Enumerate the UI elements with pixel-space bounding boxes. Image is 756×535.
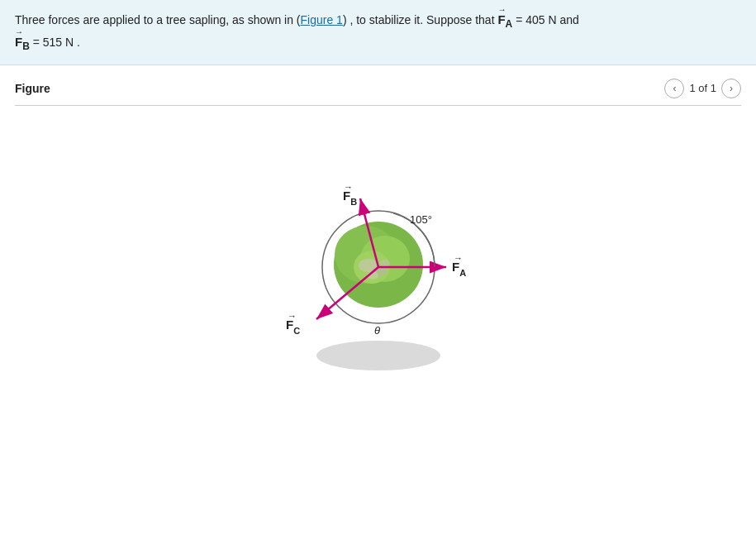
- fa-text: FA: [452, 260, 466, 278]
- figure-nav: ‹ 1 of 1 ›: [664, 79, 741, 98]
- text-between: and: [557, 13, 579, 26]
- force-a-inline: → F A: [497, 13, 516, 26]
- page-indicator: 1 of 1: [689, 82, 716, 94]
- fb-value: = 515 N .: [33, 36, 80, 49]
- problem-text-after-link: ) , to stabilize it. Suppose that: [343, 13, 498, 26]
- problem-text: Three forces are applied to a tree sapli…: [15, 10, 741, 55]
- figure-header: Figure ‹ 1 of 1 ›: [15, 79, 741, 106]
- figure-title: Figure: [15, 82, 50, 95]
- problem-statement: Three forces are applied to a tree sapli…: [0, 0, 756, 65]
- force-b-inline: → F B: [15, 36, 33, 49]
- figure-link[interactable]: Figure 1: [301, 13, 343, 26]
- prev-button[interactable]: ‹: [664, 79, 684, 98]
- figure-content: → FA → FB → FC 105° θ: [15, 106, 741, 420]
- rock4: [380, 260, 390, 266]
- fa-value: = 405 N: [516, 13, 556, 26]
- sapling-shadow: [316, 341, 440, 370]
- fb-text: FB: [343, 189, 357, 207]
- fa-sub-inline: A: [506, 18, 513, 30]
- force-b-vector-inline: → F B: [15, 36, 33, 49]
- fb-sub-inline: B: [22, 41, 30, 52]
- force-diagram: → FA → FB → FC 105° θ: [238, 131, 519, 387]
- theta-label: θ: [374, 324, 380, 337]
- fc-text: FC: [286, 318, 300, 336]
- angle-label: 105°: [410, 213, 432, 226]
- figure-section: Figure ‹ 1 of 1 ›: [0, 65, 756, 420]
- problem-text-before-link: Three forces are applied to a tree sapli…: [15, 13, 301, 26]
- next-button[interactable]: ›: [721, 79, 741, 98]
- force-a-vector-inline: → F A: [497, 13, 516, 26]
